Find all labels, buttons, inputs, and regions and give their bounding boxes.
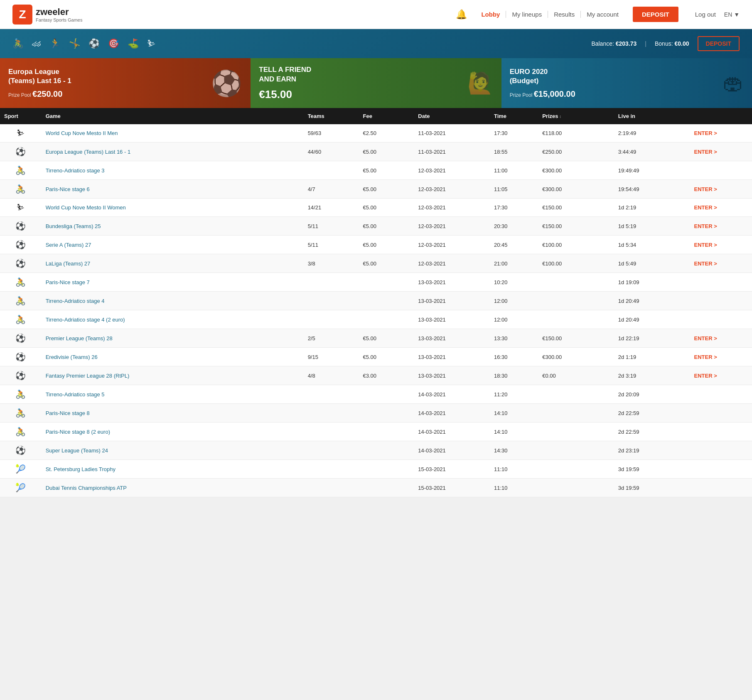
brand-name: zweeler <box>36 7 83 17</box>
nav-lobby[interactable]: Lobby <box>475 11 506 18</box>
enter-cell[interactable]: ENTER > <box>690 142 752 161</box>
game-name-cell[interactable]: Paris-Nice stage 6 <box>42 180 304 199</box>
enter-cell[interactable]: ENTER > <box>690 254 752 273</box>
game-name-cell[interactable]: Dubai Tennis Championships ATP <box>42 479 304 497</box>
deposit-button-nav[interactable]: DEPOSIT <box>633 7 678 22</box>
skiing-icon[interactable]: ⛷ <box>147 38 156 49</box>
game-name-link[interactable]: Paris-Nice stage 8 (2 euro) <box>46 429 110 435</box>
enter-link[interactable]: ENTER > <box>694 354 717 360</box>
game-name-cell[interactable]: Tirreno-Adriatico stage 4 <box>42 292 304 310</box>
game-name-link[interactable]: Paris-Nice stage 7 <box>46 279 90 285</box>
game-name-cell[interactable]: St. Petersburg Ladies Trophy <box>42 460 304 479</box>
enter-link[interactable]: ENTER > <box>694 223 717 229</box>
game-name-cell[interactable]: Europa League (Teams) Last 16 - 1 <box>42 142 304 161</box>
promo-banner-europa[interactable]: Europa League(Teams) Last 16 - 1 Prize P… <box>0 58 251 108</box>
bell-icon[interactable]: 🔔 <box>456 9 467 20</box>
game-name-cell[interactable]: Tirreno-Adriatico stage 4 (2 euro) <box>42 310 304 329</box>
prizes-cell: €100.00 <box>538 236 614 254</box>
enter-cell[interactable]: ENTER > <box>690 217 752 236</box>
cycling-icon[interactable]: 🚴 <box>12 38 24 49</box>
promo-banner-friend[interactable]: TELL A FRIENDAND EARN €15.00 🙋 <box>251 58 501 108</box>
game-name-link[interactable]: LaLiga (Teams) 27 <box>46 260 91 267</box>
enter-cell[interactable]: ENTER > <box>690 124 752 142</box>
logout-link[interactable]: Log out <box>695 11 716 18</box>
cycling-sport-icon: 🚴 <box>15 296 26 305</box>
game-name-link[interactable]: Serie A (Teams) 27 <box>46 242 91 248</box>
date-cell: 14-03-2021 <box>414 385 490 404</box>
soccer-icon[interactable]: ⚽ <box>88 38 100 49</box>
game-name-link[interactable]: Fantasy Premier League 28 (RtPL) <box>46 373 130 379</box>
game-name-cell[interactable]: Paris-Nice stage 8 <box>42 404 304 422</box>
header-prizes[interactable]: Prizes <box>538 108 614 124</box>
game-name-cell[interactable]: Bundesliga (Teams) 25 <box>42 217 304 236</box>
fee-cell: €5.00 <box>359 329 414 348</box>
teams-cell: 4/8 <box>304 366 359 385</box>
game-name-cell[interactable]: Super League (Teams) 24 <box>42 441 304 460</box>
game-name-link[interactable]: Paris-Nice stage 6 <box>46 186 90 192</box>
game-name-cell[interactable]: Tirreno-Adriatico stage 3 <box>42 161 304 180</box>
darts-icon[interactable]: 🎯 <box>108 38 119 49</box>
game-name-cell[interactable]: Paris-Nice stage 8 (2 euro) <box>42 422 304 441</box>
game-name-link[interactable]: Premier League (Teams) 28 <box>46 335 113 341</box>
game-name-cell[interactable]: World Cup Nove Mesto II Women <box>42 199 304 217</box>
enter-cell[interactable]: ENTER > <box>690 236 752 254</box>
balance-area: Balance: €203.73 | Bonus: €0.00 DEPOSIT <box>591 36 740 51</box>
nav-my-lineups[interactable]: My lineups <box>506 11 548 18</box>
running-icon[interactable]: 🏃 <box>49 38 61 49</box>
enter-link[interactable]: ENTER > <box>694 149 717 155</box>
game-name-link[interactable]: Tirreno-Adriatico stage 5 <box>46 391 105 398</box>
game-name-link[interactable]: Europa League (Teams) Last 16 - 1 <box>46 149 131 155</box>
enter-link[interactable]: ENTER > <box>694 260 717 267</box>
game-name-link[interactable]: Paris-Nice stage 8 <box>46 410 90 416</box>
enter-cell[interactable]: ENTER > <box>690 348 752 366</box>
athletics-icon[interactable]: 🤸 <box>69 38 80 49</box>
nav-results[interactable]: Results <box>548 11 581 18</box>
language-selector[interactable]: EN ▼ <box>724 11 740 18</box>
time-cell: 12:00 <box>490 310 538 329</box>
game-name-cell[interactable]: Fantasy Premier League 28 (RtPL) <box>42 366 304 385</box>
enter-link[interactable]: ENTER > <box>694 130 717 136</box>
enter-link[interactable]: ENTER > <box>694 335 717 341</box>
prizes-cell <box>538 385 614 404</box>
enter-link[interactable]: ENTER > <box>694 242 717 248</box>
game-name-link[interactable]: St. Petersburg Ladies Trophy <box>46 466 116 472</box>
prizes-cell <box>538 479 614 497</box>
game-name-cell[interactable]: Paris-Nice stage 7 <box>42 273 304 292</box>
game-name-cell[interactable]: Premier League (Teams) 28 <box>42 329 304 348</box>
motorsport-icon[interactable]: 🏎 <box>32 38 41 49</box>
game-name-link[interactable]: World Cup Nove Mesto II Men <box>46 130 118 136</box>
enter-cell[interactable]: ENTER > <box>690 199 752 217</box>
deposit-button-bar[interactable]: DEPOSIT <box>698 36 740 51</box>
game-name-link[interactable]: Tirreno-Adriatico stage 4 <box>46 298 105 304</box>
game-name-cell[interactable]: Tirreno-Adriatico stage 5 <box>42 385 304 404</box>
table-row: ⛷World Cup Nove Mesto II Men59/63€2.5011… <box>0 124 752 142</box>
enter-link[interactable]: ENTER > <box>694 186 717 192</box>
nav-my-account[interactable]: My account <box>581 11 624 18</box>
table-row: 🚴Tirreno-Adriatico stage 413-03-202112:0… <box>0 292 752 310</box>
cycling-sport-icon: 🚴 <box>15 390 26 399</box>
enter-link[interactable]: ENTER > <box>694 373 717 379</box>
game-name-cell[interactable]: World Cup Nove Mesto II Men <box>42 124 304 142</box>
game-name-cell[interactable]: Eredivisie (Teams) 26 <box>42 348 304 366</box>
game-name-link[interactable]: Bundesliga (Teams) 25 <box>46 223 101 229</box>
promo-banner-euro[interactable]: EURO 2020(Budget) Prize Pool €15,000.00 … <box>501 58 752 108</box>
game-name-cell[interactable]: LaLiga (Teams) 27 <box>42 254 304 273</box>
game-name-link[interactable]: Super League (Teams) 24 <box>46 447 108 454</box>
enter-link[interactable]: ENTER > <box>694 204 717 211</box>
enter-cell[interactable]: ENTER > <box>690 329 752 348</box>
enter-cell[interactable]: ENTER > <box>690 366 752 385</box>
game-name-cell[interactable]: Serie A (Teams) 27 <box>42 236 304 254</box>
fee-cell <box>359 422 414 441</box>
game-name-link[interactable]: World Cup Nove Mesto II Women <box>46 204 126 211</box>
livein-cell: 1d 22:19 <box>614 329 690 348</box>
game-name-link[interactable]: Dubai Tennis Championships ATP <box>46 485 127 491</box>
table-row: 🚴Tirreno-Adriatico stage 3€5.0012-03-202… <box>0 161 752 180</box>
game-name-link[interactable]: Tirreno-Adriatico stage 3 <box>46 167 105 174</box>
game-name-link[interactable]: Tirreno-Adriatico stage 4 (2 euro) <box>46 317 125 323</box>
golf-icon[interactable]: ⛳ <box>128 38 139 49</box>
table-body: ⛷World Cup Nove Mesto II Men59/63€2.5011… <box>0 124 752 497</box>
enter-cell[interactable]: ENTER > <box>690 180 752 199</box>
time-cell: 10:20 <box>490 273 538 292</box>
date-cell: 12-03-2021 <box>414 217 490 236</box>
game-name-link[interactable]: Eredivisie (Teams) 26 <box>46 354 98 360</box>
